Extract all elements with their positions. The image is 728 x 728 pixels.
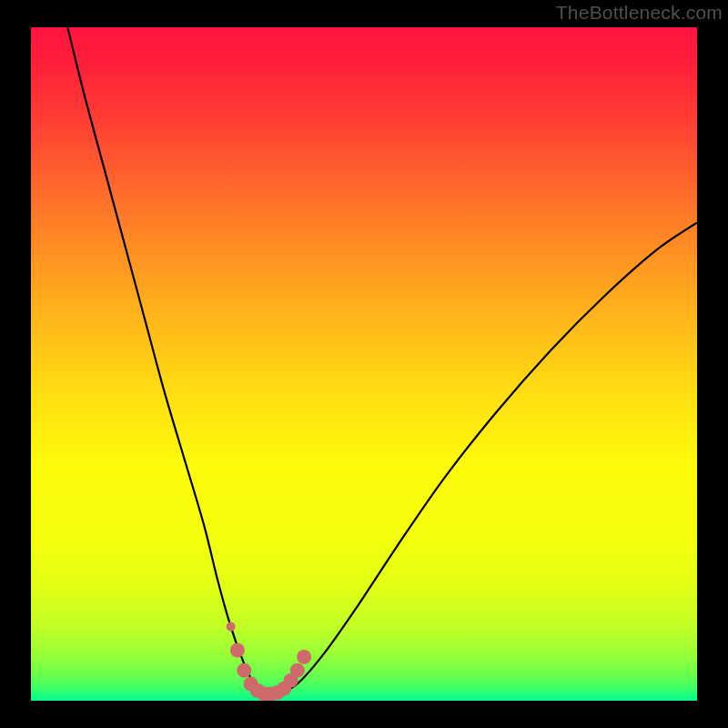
marker-dot	[230, 643, 245, 658]
marker-dot	[290, 663, 305, 678]
marker-dot	[237, 663, 251, 678]
highlighted-range-markers	[31, 27, 697, 701]
chart-frame: TheBottleneck.com	[0, 0, 728, 728]
marker-dot	[227, 622, 236, 632]
plot-area	[31, 27, 697, 701]
marker-dot	[297, 650, 311, 664]
watermark-text: TheBottleneck.com	[556, 2, 723, 24]
